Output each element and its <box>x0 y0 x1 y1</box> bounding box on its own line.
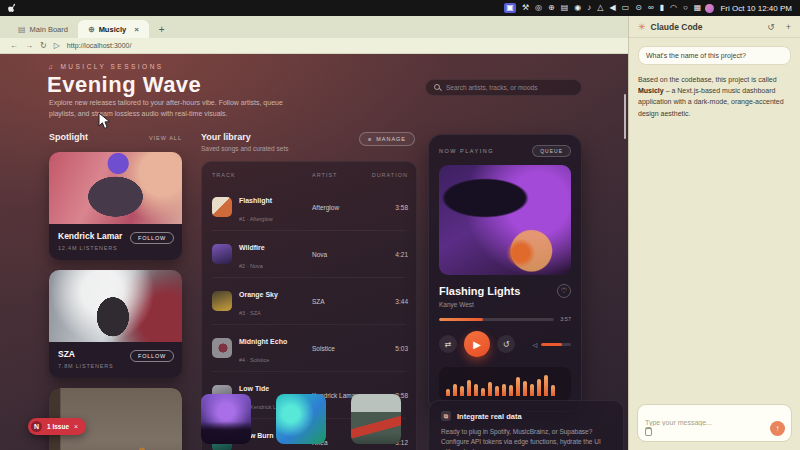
record-icon[interactable]: ◎ <box>535 3 542 13</box>
eq-bar <box>481 388 485 396</box>
col-artist: ARTIST <box>312 172 370 178</box>
integrate-heading: Integrate real data <box>457 412 522 421</box>
manage-button[interactable]: ≡ MANAGE <box>359 132 415 146</box>
eq-bar <box>474 384 478 396</box>
playlist-thumbnails <box>201 394 401 444</box>
volume-slider[interactable] <box>541 343 571 346</box>
new-tab-button[interactable]: + <box>159 24 165 35</box>
attachment-icon[interactable] <box>645 427 652 436</box>
eq-bar <box>509 385 513 396</box>
message-input[interactable] <box>645 419 784 426</box>
volume-icon[interactable]: ◀ <box>609 3 615 13</box>
timer-icon[interactable]: ⊙ <box>635 3 642 13</box>
repeat-button[interactable]: ↺ <box>497 335 515 353</box>
eq-bar <box>537 379 541 396</box>
claude-title: Claude Code <box>651 22 757 32</box>
eq-bar <box>453 384 457 396</box>
col-duration: DURATION <box>370 172 408 178</box>
globe-icon[interactable]: ⊕ <box>548 3 555 13</box>
favicon-globe-icon: ⊕ <box>88 25 95 34</box>
tab-main-board[interactable]: ▤ Main Board <box>8 20 78 38</box>
desktop: ▣⚒◎⊕▤◉♪△◀▭⊙∞▮◠○▦ Fri Oct 10 12:40 PM ▤ M… <box>0 0 800 450</box>
camera-icon[interactable]: ◉ <box>574 3 581 13</box>
keyboard-icon[interactable]: ▦ <box>694 3 702 13</box>
playlist-thumb-lasers[interactable] <box>276 394 326 444</box>
follow-button[interactable]: FOLLOW <box>130 350 174 362</box>
scrollbar-thumb[interactable] <box>624 94 626 139</box>
search-input[interactable] <box>446 84 573 91</box>
droplet-icon[interactable]: △ <box>597 3 603 13</box>
eq-bar <box>460 386 464 396</box>
shuffle-button[interactable]: ⇄ <box>439 335 457 353</box>
integrate-icon: ⧉ <box>441 411 451 421</box>
board-icon: ▤ <box>18 25 26 34</box>
table-row[interactable]: Wildfire #2 · Nova Nova 4:21 <box>212 230 406 277</box>
share-icon[interactable]: ▷ <box>54 41 60 50</box>
back-icon[interactable]: ← <box>10 41 18 50</box>
favorite-button[interactable]: ♡ <box>557 284 571 298</box>
search-bar[interactable] <box>425 79 582 96</box>
nextjs-issue-badge[interactable]: N 1 Issue × <box>28 418 86 435</box>
wrench-icon[interactable]: ⚒ <box>522 3 529 13</box>
apple-logo-icon[interactable] <box>8 3 18 13</box>
playlist-thumb-river[interactable] <box>351 394 401 444</box>
battery-icon[interactable]: ▮ <box>660 3 664 13</box>
table-row[interactable]: Orange Sky #3 · SZA SZA 3:44 <box>212 277 406 324</box>
nextjs-logo-icon: N <box>31 421 42 432</box>
chat-input-box[interactable]: ↑ <box>637 404 792 442</box>
screen-share-icon[interactable]: ▣ <box>504 3 516 13</box>
tab-label: Musicly <box>99 25 127 34</box>
manage-icon: ≡ <box>368 136 372 142</box>
reload-icon[interactable]: ↻ <box>40 41 47 50</box>
playlist-thumb-concert[interactable] <box>201 394 251 444</box>
view-all-link[interactable]: VIEW ALL <box>149 135 182 141</box>
spotlight-card[interactable]: SZA 7.8M LISTENERS FOLLOW <box>49 270 182 378</box>
follow-button[interactable]: FOLLOW <box>130 232 174 244</box>
windows-icon[interactable]: ▭ <box>622 3 630 13</box>
user-avatar[interactable] <box>705 4 714 13</box>
claude-code-panel: ✳ Claude Code ↺ + What's the name of thi… <box>628 16 800 450</box>
eq-bar <box>502 384 506 396</box>
album-artwork <box>439 165 571 275</box>
play-button[interactable]: ▶ <box>464 331 490 357</box>
track-artist: Kanye West <box>439 301 571 308</box>
address-bar[interactable]: http://localhost:3000/ <box>67 42 132 49</box>
close-tab-icon[interactable]: × <box>134 25 139 34</box>
table-row[interactable]: Midnight Echo #4 · Solstice Solstice 5:0… <box>212 324 406 371</box>
new-chat-icon[interactable]: + <box>786 22 791 32</box>
eq-bar <box>551 385 555 396</box>
col-track: TRACK <box>212 172 312 178</box>
browser-window: ▤ Main Board ⊕ Musicly × + ← → ↻ ▷ http:… <box>0 16 628 450</box>
equalizer <box>439 367 571 401</box>
spotlight-card[interactable]: Kendrick Lamar 12.4M LISTENERS FOLLOW <box>49 152 182 260</box>
now-playing-section: NOW PLAYING QUEUE Flashing Lights ♡ Kany… <box>428 134 624 412</box>
library-subheading: Saved songs and curated sets <box>201 145 417 152</box>
table-header: TRACK ARTIST DURATION <box>212 168 406 184</box>
eq-bar <box>544 375 548 396</box>
tab-label: Main Board <box>30 25 68 34</box>
glasses-icon[interactable]: ∞ <box>648 3 654 13</box>
album-art <box>212 338 232 358</box>
forward-icon[interactable]: → <box>25 41 33 50</box>
send-button[interactable]: ↑ <box>770 421 785 436</box>
eyebrow: ♫ MUSICLY SESSIONS <box>48 63 164 70</box>
history-icon[interactable]: ↺ <box>767 22 775 32</box>
browser-toolbar: ← → ↻ ▷ http://localhost:3000/ <box>0 38 628 54</box>
queue-button[interactable]: QUEUE <box>532 145 571 157</box>
mouse-cursor <box>98 112 112 130</box>
tab-musicly[interactable]: ⊕ Musicly × <box>78 20 149 38</box>
table-row[interactable]: Flashlight #1 · Afterglow Afterglow 3:58 <box>212 184 406 230</box>
stats-icon[interactable]: ▤ <box>561 3 569 13</box>
page-subtitle: Explore new releases tailored to your af… <box>49 98 299 120</box>
now-playing-panel: NOW PLAYING QUEUE Flashing Lights ♡ Kany… <box>428 134 582 412</box>
music-icon[interactable]: ♪ <box>587 3 591 13</box>
search-icon[interactable]: ○ <box>683 3 688 13</box>
wifi-icon[interactable]: ◠ <box>670 3 677 13</box>
close-icon[interactable]: × <box>74 423 78 430</box>
progress-bar[interactable] <box>439 318 554 321</box>
clock[interactable]: Fri Oct 10 12:40 PM <box>720 4 792 13</box>
eq-bar <box>516 377 520 396</box>
tab-strip: ▤ Main Board ⊕ Musicly × + <box>0 16 628 38</box>
integrate-body: Ready to plug in Spotify, MusicBrainz, o… <box>441 427 611 450</box>
listener-count: 12.4M LISTENERS <box>58 245 173 251</box>
